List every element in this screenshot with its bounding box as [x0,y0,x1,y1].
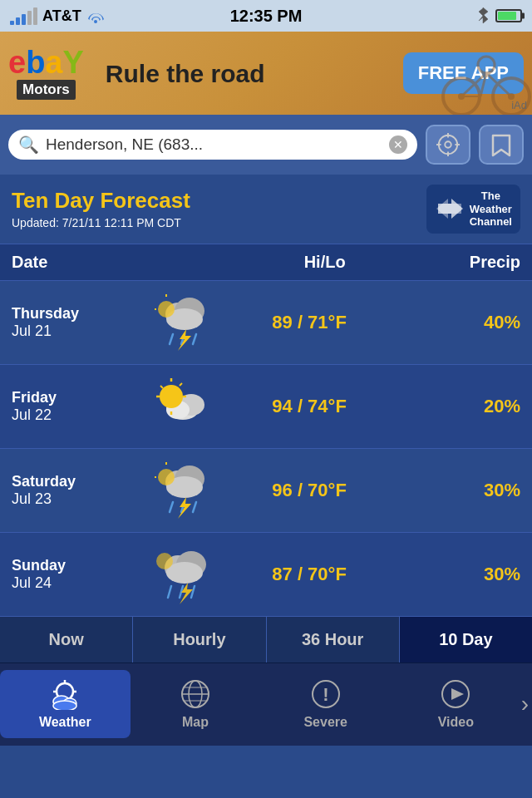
search-bar: 🔍 ✕ [0,115,532,175]
svg-point-11 [439,135,457,154]
svg-point-52 [156,553,173,569]
svg-point-8 [478,57,495,73]
table-row[interactable]: Sunday Jul 24 87 / 70°F 30% [0,532,532,616]
row-day-2: Saturday [12,473,141,490]
clear-button[interactable]: ✕ [389,135,407,154]
svg-line-38 [180,383,182,386]
map-nav-icon [179,678,212,710]
svg-line-37 [160,386,163,388]
time-label: 12:35 PM [230,7,303,26]
svg-marker-48 [178,497,191,519]
more-chevron[interactable]: › [521,691,532,717]
weather-channel-badge[interactable]: TheWeatherChannel [426,185,520,234]
video-nav-icon [439,678,472,710]
col-header-hilo: Hi/Lo [246,253,402,272]
svg-line-55 [191,586,195,598]
motors-label: Motors [17,80,76,100]
row-day-0: Thursday [12,305,141,323]
row-precip-2: 30% [391,480,520,501]
row-precip-0: 40% [391,312,520,333]
svg-marker-73 [451,688,464,700]
nav-label-severe: Severe [303,715,347,730]
row-date-2: Saturday Jul 23 [12,473,141,508]
nav-label-map: Map [182,715,209,730]
svg-line-5 [486,73,511,96]
forecast-header: Ten Day Forecast Updated: 7/21/11 12:11 … [0,175,532,244]
forecast-title: Ten Day Forecast [12,188,190,214]
table-row[interactable]: Saturday Jul 23 96 / 70°F 30% [0,448,532,532]
nav-item-weather[interactable]: Weather [0,670,131,738]
forecast-title-block: Ten Day Forecast Updated: 7/21/11 12:11 … [12,188,190,229]
status-right [477,7,522,25]
row-date-3: Sunday Jul 24 [12,557,141,592]
svg-point-32 [160,385,183,408]
row-date-0: Thursday Jul 21 [12,305,141,340]
svg-line-27 [193,334,196,344]
col-header-date: Date [12,253,184,272]
svg-point-64 [53,701,76,710]
svg-point-22 [158,301,175,318]
search-input-wrap[interactable]: 🔍 ✕ [8,130,417,160]
status-left: AT&T [10,7,105,25]
search-icon: 🔍 [18,135,39,155]
weather-nav-icon [47,678,83,710]
nav-item-video[interactable]: Video [391,670,521,738]
forecast-rows: Thursday Jul 21 89 / 71°F 40% Friday Jul… [0,280,532,616]
tab-now[interactable]: Now [0,617,133,663]
row-datestr-0: Jul 21 [12,323,141,340]
svg-point-12 [445,141,451,147]
table-row[interactable]: Thursday Jul 21 89 / 71°F 40% [0,280,532,364]
nav-tabs: Now Hourly 36 Hour 10 Day [0,616,532,663]
row-day-3: Sunday [12,557,141,574]
svg-text:!: ! [323,684,328,705]
tab-36hour[interactable]: 36 Hour [267,617,400,663]
crosshair-icon [436,133,460,156]
tab-10day[interactable]: 10 Day [400,617,532,663]
col-header-precip: Precip [403,253,520,272]
svg-line-25 [170,334,173,344]
svg-line-47 [193,502,196,512]
svg-point-42 [158,469,175,485]
svg-marker-28 [178,329,191,351]
status-bar: AT&T 12:35 PM [0,0,532,32]
row-datestr-2: Jul 23 [12,490,141,508]
row-hilo-1: 94 / 74°F [228,396,390,417]
row-datestr-1: Jul 22 [12,406,141,424]
row-day-1: Friday [12,389,141,406]
wifi-icon [86,8,105,23]
svg-line-45 [170,502,173,512]
row-datestr-3: Jul 24 [12,574,141,592]
row-icon-2 [141,461,228,520]
row-date-1: Friday Jul 22 [12,389,141,424]
ad-tagline: Rule the road [94,60,403,87]
ad-banner[interactable]: ebaY Motors Rule the road FREE APP iAd [0,32,532,115]
nav-item-map[interactable]: Map [131,670,261,738]
row-hilo-0: 89 / 71°F [228,312,390,333]
row-precip-1: 20% [391,396,520,417]
row-icon-1 [141,377,228,436]
row-icon-0 [141,293,228,352]
bookmark-icon [489,132,514,157]
location-button[interactable] [426,125,470,165]
nav-label-weather: Weather [39,715,91,730]
row-hilo-2: 96 / 70°F [228,480,390,501]
tab-hourly[interactable]: Hourly [133,617,266,663]
search-input[interactable] [46,135,382,154]
severe-nav-icon: ! [309,678,342,710]
bottom-nav: Weather Map ! Severe Video › [0,663,532,746]
ad-logo: ebaY Motors [8,47,84,100]
svg-marker-18 [436,199,461,219]
table-row[interactable]: Friday Jul 22 94 / 74°F 20% [0,364,532,448]
battery-indicator [495,9,522,22]
transfer-arrows-icon [435,197,465,220]
svg-line-53 [168,586,171,598]
nav-item-severe[interactable]: ! Severe [260,670,391,738]
bluetooth-icon [477,7,489,25]
forecast-updated: Updated: 7/21/11 12:11 PM CDT [12,216,190,229]
carrier-label: AT&T [42,7,81,25]
bookmark-button[interactable] [479,125,524,165]
signal-bars [10,7,37,25]
ebay-logo: ebaY [8,47,84,78]
row-hilo-3: 87 / 70°F [228,564,390,585]
row-icon-3 [141,544,228,604]
